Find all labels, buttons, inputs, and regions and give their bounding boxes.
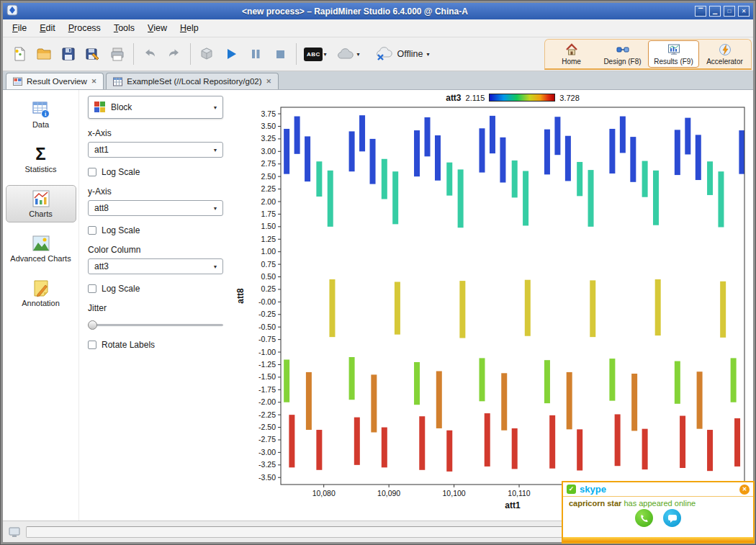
tab-close-icon[interactable]: ✕	[266, 78, 272, 85]
chart-type-select[interactable]: Block ▼	[88, 96, 223, 119]
svg-text:1.25: 1.25	[261, 235, 276, 243]
perspective-results-button[interactable]: Results (F9)	[648, 40, 699, 68]
svg-text:10,110: 10,110	[508, 489, 530, 497]
skype-footer-bar	[563, 537, 753, 542]
window-close-button[interactable]: ✕	[738, 6, 750, 17]
svg-text:3.25: 3.25	[261, 134, 276, 143]
color-column-label: Color Column	[88, 245, 223, 255]
perspective-label: Results (F9)	[654, 58, 693, 66]
svg-text:-1.00: -1.00	[258, 348, 276, 356]
chevron-down-icon: ▾	[426, 51, 429, 58]
menu-bar: File Edit Process Tools View Help	[3, 19, 753, 37]
tab-bar: Result Overview ✕ ExampleSet (//Local Re…	[3, 71, 753, 90]
checkbox-label: Rotate Labels	[102, 340, 155, 350]
design-icon	[616, 42, 630, 57]
jitter-slider[interactable]	[88, 320, 223, 330]
new-process-button[interactable]	[7, 40, 32, 68]
tab-close-icon[interactable]: ✕	[91, 78, 97, 85]
save-icon	[60, 45, 77, 63]
window-title: <new process> – RapidMiner Studio 6.4.00…	[18, 6, 692, 17]
svg-text:1.50: 1.50	[261, 222, 276, 230]
home-icon	[564, 42, 579, 57]
svg-text:-0.00: -0.00	[258, 297, 276, 306]
menu-edit[interactable]: Edit	[33, 20, 62, 36]
jitter-label: Jitter	[88, 303, 223, 313]
skype-header: ✓ skype ✕	[563, 482, 753, 497]
run-remote-button[interactable]	[194, 40, 219, 68]
sidebar-item-charts[interactable]: Charts	[6, 185, 76, 222]
x-log-scale-checkbox[interactable]: Log Scale	[88, 167, 223, 177]
y-axis-label: y-Axis	[88, 186, 223, 197]
sidebar-item-advanced-charts[interactable]: Advanced Charts	[6, 230, 76, 267]
tab-exampleset[interactable]: ExampleSet (//Local Repository/g02) ✕	[106, 73, 279, 89]
tab-result-overview[interactable]: Result Overview ✕	[6, 73, 104, 89]
window-shade-button[interactable]: ▔	[695, 6, 706, 17]
svg-text:-3.25: -3.25	[258, 460, 276, 469]
main-toolbar: ABC ▾ ▾ Offline ▾ Home Design (F8) Resul…	[3, 37, 753, 71]
skype-message: capricorn star has appeared online	[563, 497, 753, 508]
perspective-accelerator-button[interactable]: Accelerator	[699, 40, 750, 68]
svg-text:0.75: 0.75	[261, 260, 276, 269]
app-window: <new process> – RapidMiner Studio 6.4.00…	[0, 0, 756, 545]
perspective-design-button[interactable]: Design (F8)	[597, 40, 648, 68]
slider-track[interactable]	[88, 324, 223, 326]
menu-file[interactable]: File	[6, 20, 33, 36]
connection-status-button[interactable]: Offline ▾	[365, 40, 440, 68]
x-axis-select[interactable]: att1 ▼	[88, 142, 223, 158]
data-table-icon: i	[32, 100, 50, 119]
y-axis-select[interactable]: att8 ▼	[88, 200, 223, 216]
skype-close-button[interactable]: ✕	[739, 485, 750, 495]
open-process-button[interactable]	[32, 40, 56, 68]
cloud-button[interactable]: ▾	[332, 40, 365, 68]
perspective-home-button[interactable]: Home	[546, 40, 597, 68]
svg-text:-0.50: -0.50	[258, 323, 276, 331]
redo-button[interactable]	[162, 40, 186, 68]
stop-button[interactable]	[268, 40, 292, 68]
toolbar-separator	[190, 43, 191, 65]
menu-help[interactable]: Help	[174, 20, 205, 36]
chart-pane: att3 2.115 3.728 3.753.503.253.002.752.5…	[232, 90, 753, 521]
skype-call-button[interactable]	[635, 509, 653, 527]
block-plot: 3.753.503.253.002.752.502.252.001.751.50…	[232, 90, 752, 518]
svg-text:10,100: 10,100	[443, 489, 466, 497]
tab-label: ExampleSet (//Local Repository/g02)	[127, 77, 261, 86]
save-as-icon	[84, 45, 102, 63]
window-maximize-button[interactable]: □	[724, 6, 735, 17]
sidebar-item-annotation[interactable]: Annotation	[6, 274, 76, 312]
menu-process[interactable]: Process	[62, 20, 107, 36]
perspectives-toolbar: Home Design (F8) Results (F9) Accelerato…	[544, 39, 752, 70]
menu-tools[interactable]: Tools	[107, 20, 141, 36]
y-log-scale-checkbox[interactable]: Log Scale	[88, 225, 223, 235]
pause-icon	[247, 45, 264, 63]
svg-text:att1: att1	[505, 500, 521, 510]
sidebar-item-data[interactable]: i Data	[6, 96, 76, 133]
svg-text:-1.75: -1.75	[258, 385, 276, 394]
spellcheck-button[interactable]: ABC ▾	[300, 40, 332, 68]
accelerator-icon	[718, 42, 732, 57]
color-column-select[interactable]: att3 ▼	[88, 258, 223, 274]
color-log-scale-checkbox[interactable]: Log Scale	[88, 284, 223, 294]
toolbar-separator	[296, 43, 297, 65]
export-button[interactable]	[105, 40, 130, 68]
play-button[interactable]	[219, 40, 243, 68]
perspective-label: Home	[562, 58, 581, 66]
slider-thumb[interactable]	[88, 320, 97, 330]
save-process-button[interactable]	[56, 40, 81, 68]
pause-button[interactable]	[243, 40, 268, 68]
checkbox-label: Log Scale	[102, 167, 140, 177]
svg-text:att8: att8	[235, 288, 246, 304]
undo-button[interactable]	[138, 40, 162, 68]
skype-chat-button[interactable]	[663, 509, 681, 527]
rotate-labels-checkbox[interactable]: Rotate Labels	[88, 340, 223, 350]
sidebar-item-statistics[interactable]: Σ Statistics	[6, 140, 76, 178]
svg-text:2.00: 2.00	[261, 197, 276, 206]
title-bar: <new process> – RapidMiner Studio 6.4.00…	[3, 3, 753, 19]
save-process-as-button[interactable]	[81, 40, 105, 68]
chevron-down-icon: ▾	[323, 51, 326, 58]
window-minimize-button[interactable]: ▁	[709, 6, 721, 17]
printer-icon	[109, 45, 126, 63]
main-area: i Data Σ Statistics Charts Advanced Char…	[3, 90, 753, 521]
sigma-icon: Σ	[35, 145, 45, 163]
menu-view[interactable]: View	[141, 20, 174, 36]
checkbox-box	[88, 168, 96, 176]
